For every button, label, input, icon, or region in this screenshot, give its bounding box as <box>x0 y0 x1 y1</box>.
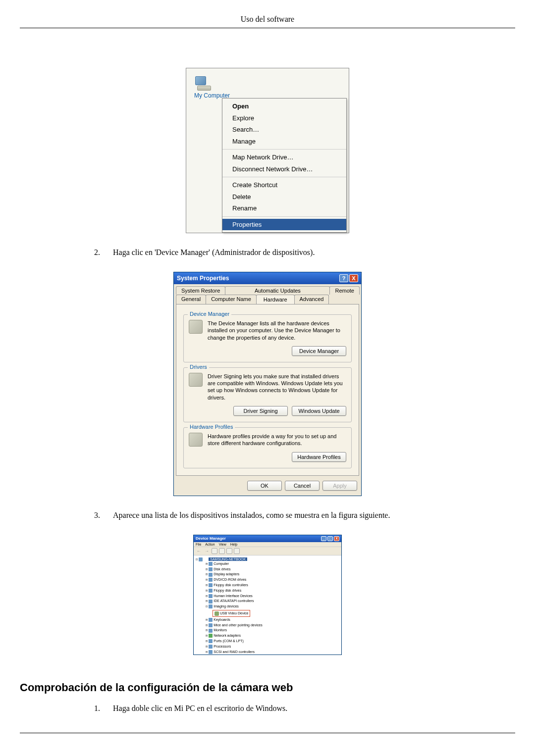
computer-icon <box>199 557 203 561</box>
device-icon <box>209 578 213 582</box>
toolbar-icon-2[interactable] <box>219 548 225 554</box>
nav-forward-icon[interactable]: → <box>204 549 210 554</box>
tree-item: ⊞Display adapters <box>196 572 339 577</box>
group-drivers: Drivers Driver Signing lets you make sur… <box>183 367 352 422</box>
usb-video-device[interactable]: USB Video Device <box>220 611 248 615</box>
tab-system-restore[interactable]: System Restore <box>176 286 225 295</box>
tree-item: ⊞DVD/CD-ROM drives <box>196 577 339 583</box>
nav-back-icon[interactable]: ← <box>196 549 202 554</box>
device-icon <box>209 623 213 627</box>
ctx-disconnect-drive[interactable]: Disconnect Network Drive… <box>222 163 346 175</box>
group-hw-profiles: Hardware Profiles Hardware profiles prov… <box>183 427 352 468</box>
tree-item: ⊞Ports (COM & LPT) <box>196 639 339 644</box>
device-icon <box>209 645 213 649</box>
menu-view[interactable]: View <box>219 543 226 546</box>
step-1b-text: Haga doble clic en Mi PC en el escritori… <box>113 704 515 713</box>
tree-item: ⊞Floppy disk drives <box>196 588 339 594</box>
maximize-button[interactable]: □ <box>327 536 333 541</box>
device-icon <box>209 634 213 638</box>
windows-update-button[interactable]: Windows Update <box>292 406 346 416</box>
tree-item: ⊞Human Interface Devices <box>196 594 339 599</box>
step-2-text: Haga clic en 'Device Manager' (Administr… <box>113 248 515 257</box>
tab-remote[interactable]: Remote <box>329 286 360 295</box>
menu-file[interactable]: File <box>196 543 201 546</box>
tree-item: ⊞Processors <box>196 644 339 650</box>
tree-item: ⊟Imaging devices <box>196 604 339 609</box>
tree-item: ⊞SCSI and RAID controllers <box>196 650 339 655</box>
tab-computer-name[interactable]: Computer Name <box>206 295 257 304</box>
ctx-search[interactable]: Search… <box>222 124 346 136</box>
group-device-manager: Device Manager The Device Manager lists … <box>183 314 352 362</box>
group-drivers-text: Driver Signing lets you make sure that i… <box>208 373 346 401</box>
device-icon <box>209 594 213 598</box>
section-heading: Comprobación de la configuración de la c… <box>20 681 515 694</box>
menu-action[interactable]: Action <box>205 543 214 546</box>
tree-item: ⊞Keyboards <box>196 617 339 623</box>
drivers-icon <box>189 373 203 387</box>
tree-item: ⊞IDE ATA/ATAPI controllers <box>196 599 339 604</box>
step-2: 2. Haga clic en 'Device Manager' (Admini… <box>94 248 515 257</box>
tab-hardware[interactable]: Hardware <box>256 295 295 304</box>
ok-button[interactable]: OK <box>247 481 282 491</box>
header-title: Uso del software <box>241 15 294 23</box>
my-computer-icon[interactable] <box>194 76 212 91</box>
figure-1-wrapper: My Computer Open Explore Search… Manage … <box>20 68 515 233</box>
ctx-create-shortcut[interactable]: Create Shortcut <box>222 179 346 191</box>
ctx-properties[interactable]: Properties <box>222 219 346 231</box>
hw-profiles-icon <box>189 433 203 447</box>
minimize-button[interactable]: _ <box>321 536 326 541</box>
device-icon <box>209 618 213 622</box>
system-properties-dialog: System Properties ? X System Restore Aut… <box>173 272 362 496</box>
step-1b-num: 1. <box>94 704 104 713</box>
hardware-profiles-button[interactable]: Hardware Profiles <box>292 452 346 462</box>
toolbar-icon-3[interactable] <box>226 548 232 554</box>
help-button[interactable]: ? <box>339 274 348 282</box>
apply-button[interactable]: Apply <box>322 481 357 491</box>
tab-advanced[interactable]: Advanced <box>294 295 329 304</box>
device-icon <box>209 589 213 593</box>
step-3: 3. Aparece una lista de los dispositivos… <box>94 511 515 520</box>
tab-general[interactable]: General <box>176 295 206 304</box>
tree-item: ⊞Computer <box>196 561 339 567</box>
group-hw-text: Hardware profiles provide a way for you … <box>208 433 346 447</box>
step-3-text: Aparece una lista de los dispositivos in… <box>113 511 515 520</box>
dm-close-button[interactable]: X <box>334 536 339 541</box>
device-icon <box>209 562 213 566</box>
group-hw-title: Hardware Profiles <box>188 424 235 430</box>
ctx-delete[interactable]: Delete <box>222 191 346 203</box>
page-footer <box>20 733 515 733</box>
device-manager-button[interactable]: Device Manager <box>292 346 346 356</box>
device-tree: ⊟SAMSUNG-NETBOOK ⊞Computer ⊞Disk drives … <box>194 555 341 655</box>
ctx-open[interactable]: Open <box>222 101 346 112</box>
tree-item: ⊞Floppy disk controllers <box>196 583 339 588</box>
step-3-num: 3. <box>94 511 104 520</box>
tree-item: ⊞Monitors <box>196 628 339 633</box>
tab-automatic-updates[interactable]: Automatic Updates <box>225 286 330 295</box>
cancel-button[interactable]: Cancel <box>285 481 320 491</box>
toolbar-icon-1[interactable] <box>212 548 217 554</box>
device-icon <box>209 567 213 571</box>
tree-item: ⊞Mice and other pointing devices <box>196 623 339 628</box>
tree-root[interactable]: SAMSUNG-NETBOOK <box>209 557 247 561</box>
tab-body-hardware: Device Manager The Device Manager lists … <box>176 304 359 476</box>
dm-title: Device Manager <box>196 536 226 541</box>
ctx-rename[interactable]: Rename <box>222 202 346 214</box>
dm-titlebar: Device Manager _ □ X <box>194 535 341 542</box>
device-manager-icon <box>189 320 203 334</box>
page-header: Uso del software <box>20 15 515 28</box>
driver-signing-button[interactable]: Driver Signing <box>233 406 288 416</box>
device-icon <box>209 583 213 587</box>
tree-item: ⊞Network adapters <box>196 633 339 639</box>
ctx-map-drive[interactable]: Map Network Drive… <box>222 151 346 163</box>
dm-toolbar: ← → <box>194 547 341 555</box>
menu-help[interactable]: Help <box>230 543 237 546</box>
ctx-manage[interactable]: Manage <box>222 136 346 148</box>
desktop-panel: My Computer Open Explore Search… Manage … <box>186 68 349 233</box>
close-button[interactable]: X <box>349 274 358 282</box>
group-drivers-title: Drivers <box>188 364 209 370</box>
toolbar-icon-4[interactable] <box>234 548 240 554</box>
ctx-explore[interactable]: Explore <box>222 112 346 124</box>
dialog-buttons: OK Cancel Apply <box>174 476 361 496</box>
device-icon <box>209 629 213 633</box>
dm-menubar: File Action View Help <box>194 542 341 547</box>
